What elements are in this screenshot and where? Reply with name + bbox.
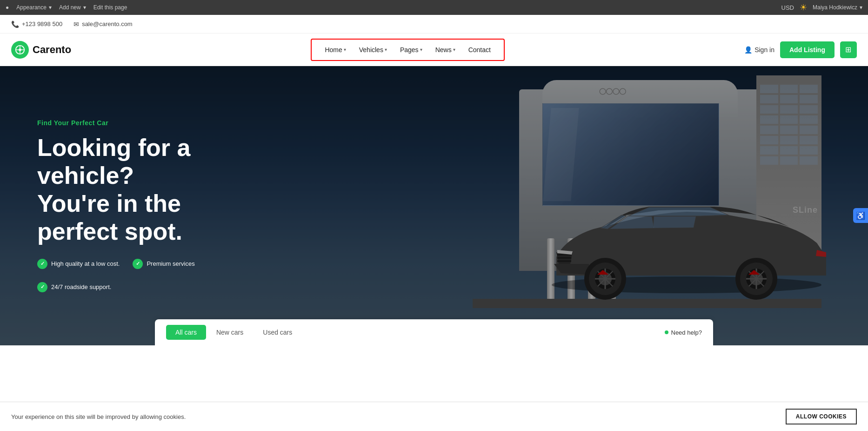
building-columns xyxy=(547,238,616,308)
user-chevron-icon: ▾ xyxy=(860,4,862,11)
email-icon: ✉ xyxy=(73,20,79,28)
news-chevron-icon: ▾ xyxy=(453,47,455,52)
building-top xyxy=(542,80,738,117)
nav-item-home[interactable]: Home ▾ xyxy=(319,43,351,56)
svg-point-21 xyxy=(750,272,763,285)
tab-all-cars[interactable]: All cars xyxy=(166,325,206,340)
appearance-label: Appearance xyxy=(16,4,47,11)
nav-item-vehicles[interactable]: Vehicles ▾ xyxy=(354,43,393,56)
svg-point-13 xyxy=(599,272,612,285)
phone-info[interactable]: 📞 +123 9898 500 xyxy=(11,20,62,28)
nav-item-news[interactable]: News ▾ xyxy=(430,43,461,56)
tab-used-cars[interactable]: Used cars xyxy=(254,325,301,340)
vehicles-chevron-icon: ▾ xyxy=(385,47,387,52)
hero-content: Find Your Perfect Car Looking for a vehi… xyxy=(0,119,302,292)
svg-rect-5 xyxy=(557,254,571,256)
feature-item-1: ✓ High quality at a low cost. xyxy=(37,259,120,269)
add-new-menu[interactable]: Add new ▾ xyxy=(59,4,86,11)
info-bar-left: 📞 +123 9898 500 ✉ sale@carento.com xyxy=(11,20,133,28)
need-help-dot xyxy=(665,330,668,334)
nav-pages-label: Pages xyxy=(400,46,419,54)
feature-label-1: High quality at a low cost. xyxy=(51,260,120,267)
building-glass xyxy=(542,103,719,206)
hero-car-svg: BIQ L8C18 xyxy=(528,173,845,313)
main-nav: Home ▾ Vehicles ▾ Pages ▾ News ▾ Contact xyxy=(311,39,504,61)
user-menu[interactable]: Maiya Hodkiewicz ▾ xyxy=(813,4,862,11)
svg-point-12 xyxy=(595,269,615,289)
building-body xyxy=(519,89,761,271)
feature-check-3: ✓ xyxy=(37,282,47,292)
user-icon: 👤 xyxy=(744,46,752,54)
add-new-label: Add new xyxy=(59,4,81,11)
admin-bar: ● Appearance ▾ Add new ▾ Edit this page … xyxy=(0,0,868,15)
hero-subtitle: Find Your Perfect Car xyxy=(37,119,265,127)
tower-text: SLine xyxy=(793,205,818,215)
column-3 xyxy=(588,238,595,308)
feature-label-2: Premium services xyxy=(147,260,194,267)
tab-new-cars[interactable]: New cars xyxy=(207,325,253,340)
svg-rect-8 xyxy=(589,269,621,277)
feature-check-2: ✓ xyxy=(133,259,143,269)
hero-title-line1: Looking for a vehicle? xyxy=(37,134,190,189)
feature-item-2: ✓ Premium services xyxy=(133,259,194,269)
search-bar: All cars New cars Used cars Need help? xyxy=(155,319,713,345)
need-help-label[interactable]: Need help? xyxy=(671,329,702,336)
phone-number: +123 9898 500 xyxy=(22,20,62,27)
feature-item-3: ✓ 24/7 roadside support. xyxy=(37,282,111,292)
svg-rect-7 xyxy=(557,260,571,262)
grid-icon: ⊞ xyxy=(845,45,851,54)
accessibility-button[interactable]: ♿ xyxy=(853,208,868,223)
nav-item-contact[interactable]: Contact xyxy=(463,43,496,56)
search-bar-right: Need help? xyxy=(665,329,702,336)
ground xyxy=(473,299,821,308)
svg-text:BIQ L8C18: BIQ L8C18 xyxy=(596,272,615,276)
admin-bar-right: USD ☀ Maiya Hodkiewicz ▾ xyxy=(781,2,862,13)
site-logo[interactable]: Carento xyxy=(11,41,71,59)
main-header: Carento Home ▾ Vehicles ▾ Pages ▾ News ▾… xyxy=(0,34,868,66)
user-name: Maiya Hodkiewicz xyxy=(813,4,857,11)
floating-widget: ♿ xyxy=(853,208,868,223)
home-chevron-icon: ▾ xyxy=(344,47,346,52)
header-right: 👤 Sign in Add Listing ⊞ xyxy=(744,41,857,58)
svg-point-4 xyxy=(552,276,821,293)
building-tower: SLine xyxy=(756,75,821,271)
admin-bar-left: ● Appearance ▾ Add new ▾ Edit this page xyxy=(6,4,774,11)
nav-item-pages[interactable]: Pages ▾ xyxy=(394,43,428,56)
usd-selector[interactable]: USD xyxy=(781,4,794,11)
feature-label-3: 24/7 roadside support. xyxy=(51,283,111,290)
logo-text: Carento xyxy=(33,44,71,56)
sign-in-button[interactable]: 👤 Sign in xyxy=(744,46,775,54)
appearance-menu[interactable]: Appearance ▾ xyxy=(16,4,52,11)
column-4 xyxy=(608,238,616,308)
glass-reflection xyxy=(543,108,579,201)
svg-line-25 xyxy=(749,271,764,286)
nav-contact-label: Contact xyxy=(468,46,491,54)
edit-page-link[interactable]: Edit this page xyxy=(93,4,127,11)
hero-features: ✓ High quality at a low cost. ✓ Premium … xyxy=(37,259,265,292)
hero-title-line2: You're in the perfect spot. xyxy=(37,190,182,245)
admin-logo[interactable]: ● xyxy=(6,4,9,11)
svg-line-16 xyxy=(598,271,613,286)
add-listing-button[interactable]: Add Listing xyxy=(780,41,835,58)
building-container: ○○○○ SLine xyxy=(473,75,821,308)
email-info[interactable]: ✉ sale@carento.com xyxy=(73,20,133,28)
search-tabs: All cars New cars Used cars xyxy=(166,325,301,340)
phone-icon: 📞 xyxy=(11,20,19,28)
email-address: sale@carento.com xyxy=(82,20,133,27)
nav-vehicles-label: Vehicles xyxy=(359,46,383,54)
feature-check-1: ✓ xyxy=(37,259,47,269)
svg-rect-6 xyxy=(557,257,571,259)
nav-home-label: Home xyxy=(325,46,342,54)
hero-title: Looking for a vehicle? You're in the per… xyxy=(37,134,265,245)
sign-in-label: Sign in xyxy=(754,46,775,54)
svg-point-19 xyxy=(740,263,773,295)
edit-page-label: Edit this page xyxy=(93,4,127,11)
appearance-chevron-icon: ▾ xyxy=(49,4,52,11)
svg-point-20 xyxy=(746,269,767,289)
hero-section: ○○○○ SLine xyxy=(0,66,868,345)
grid-view-button[interactable]: ⊞ xyxy=(840,41,857,58)
sun-icon[interactable]: ☀ xyxy=(800,2,807,13)
svg-line-24 xyxy=(749,271,764,286)
column-1 xyxy=(547,238,554,308)
pages-chevron-icon: ▾ xyxy=(420,47,422,52)
